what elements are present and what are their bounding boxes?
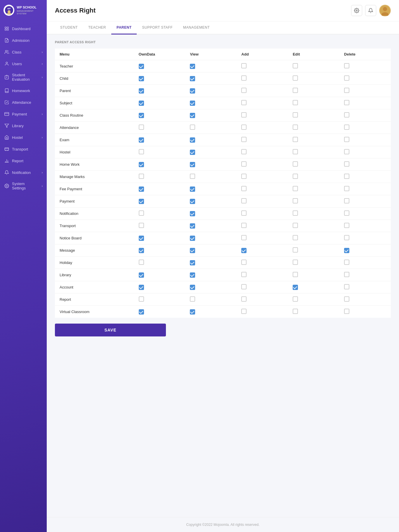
checkbox-view[interactable]: [190, 296, 195, 302]
checkbox-del[interactable]: [344, 272, 349, 277]
checkbox-add[interactable]: [241, 248, 247, 253]
tab-support-staff[interactable]: SUPPORT STAFF: [137, 21, 178, 34]
checkbox-edit[interactable]: [293, 149, 298, 154]
checkbox-edit[interactable]: [293, 174, 298, 179]
checkbox-own[interactable]: [139, 76, 144, 81]
checkbox-view[interactable]: [190, 101, 195, 106]
checkbox-view[interactable]: [190, 76, 195, 81]
checkbox-del[interactable]: [344, 174, 349, 179]
checkbox-own[interactable]: [139, 174, 144, 179]
checkbox-own[interactable]: [139, 137, 144, 143]
sidebar-item-library[interactable]: Library: [0, 120, 47, 132]
checkbox-own[interactable]: [139, 309, 144, 315]
checkbox-del[interactable]: [344, 309, 349, 314]
sidebar-item-admission[interactable]: Admission: [0, 34, 47, 46]
checkbox-own[interactable]: [139, 113, 144, 118]
checkbox-del[interactable]: [344, 63, 349, 68]
checkbox-add[interactable]: [241, 296, 247, 302]
checkbox-view[interactable]: [190, 137, 195, 143]
checkbox-add[interactable]: [241, 100, 247, 105]
checkbox-del[interactable]: [344, 248, 349, 253]
checkbox-del[interactable]: [344, 186, 349, 191]
checkbox-view[interactable]: [190, 285, 195, 290]
checkbox-del[interactable]: [344, 125, 349, 130]
checkbox-view[interactable]: [190, 88, 195, 94]
checkbox-view[interactable]: [190, 186, 195, 192]
sidebar-item-notification[interactable]: Notification ›: [0, 167, 47, 178]
checkbox-view[interactable]: [190, 150, 195, 155]
checkbox-del[interactable]: [344, 210, 349, 216]
checkbox-edit[interactable]: [293, 198, 298, 203]
checkbox-add[interactable]: [241, 112, 247, 118]
settings-button[interactable]: [351, 5, 362, 16]
sidebar-item-student-evaluation[interactable]: Student Evaluation ›: [0, 70, 47, 85]
checkbox-view[interactable]: [190, 162, 195, 167]
checkbox-del[interactable]: [344, 100, 349, 105]
checkbox-edit[interactable]: [293, 75, 298, 81]
checkbox-del[interactable]: [344, 75, 349, 81]
checkbox-own[interactable]: [139, 101, 144, 106]
checkbox-add[interactable]: [241, 149, 247, 154]
checkbox-add[interactable]: [241, 161, 247, 167]
checkbox-del[interactable]: [344, 235, 349, 240]
checkbox-own[interactable]: [139, 296, 144, 302]
checkbox-del[interactable]: [344, 260, 349, 265]
checkbox-own[interactable]: [139, 186, 144, 192]
checkbox-add[interactable]: [241, 88, 247, 93]
notification-button[interactable]: [365, 5, 376, 16]
checkbox-edit[interactable]: [293, 296, 298, 302]
checkbox-edit[interactable]: [293, 137, 298, 142]
tab-teacher[interactable]: TEACHER: [83, 21, 111, 34]
checkbox-add[interactable]: [241, 235, 247, 240]
sidebar-item-homework[interactable]: Homework: [0, 85, 47, 96]
checkbox-view[interactable]: [190, 64, 195, 69]
checkbox-own[interactable]: [139, 210, 144, 216]
checkbox-own[interactable]: [139, 272, 144, 278]
checkbox-own[interactable]: [139, 162, 144, 167]
sidebar-item-class[interactable]: Class ›: [0, 46, 47, 58]
checkbox-del[interactable]: [344, 88, 349, 93]
checkbox-own[interactable]: [139, 223, 144, 228]
checkbox-view[interactable]: [190, 236, 195, 241]
checkbox-own[interactable]: [139, 285, 144, 290]
checkbox-own[interactable]: [139, 248, 144, 253]
sidebar-item-attendance[interactable]: Attendance: [0, 96, 47, 108]
checkbox-add[interactable]: [241, 75, 247, 81]
checkbox-edit[interactable]: [293, 186, 298, 191]
sidebar-item-system-settings[interactable]: System Settings ›: [0, 178, 47, 194]
checkbox-del[interactable]: [344, 161, 349, 167]
sidebar-item-payment[interactable]: Payment ›: [0, 108, 47, 120]
checkbox-add[interactable]: [241, 210, 247, 216]
save-button[interactable]: SAVE: [55, 324, 166, 336]
checkbox-add[interactable]: [241, 63, 247, 68]
checkbox-del[interactable]: [344, 223, 349, 228]
checkbox-own[interactable]: [139, 64, 144, 69]
checkbox-view[interactable]: [190, 113, 195, 118]
checkbox-edit[interactable]: [293, 309, 298, 314]
checkbox-view[interactable]: [190, 211, 195, 216]
checkbox-view[interactable]: [190, 272, 195, 278]
checkbox-del[interactable]: [344, 137, 349, 142]
checkbox-del[interactable]: [344, 112, 349, 118]
checkbox-edit[interactable]: [293, 235, 298, 240]
checkbox-edit[interactable]: [293, 125, 298, 130]
checkbox-edit[interactable]: [293, 112, 298, 118]
checkbox-add[interactable]: [241, 272, 247, 277]
checkbox-edit[interactable]: [293, 88, 298, 93]
checkbox-add[interactable]: [241, 260, 247, 265]
checkbox-view[interactable]: [190, 248, 195, 253]
checkbox-add[interactable]: [241, 223, 247, 228]
checkbox-edit[interactable]: [293, 272, 298, 277]
checkbox-add[interactable]: [241, 284, 247, 289]
tab-parent[interactable]: PARENT: [111, 21, 137, 34]
avatar[interactable]: [379, 5, 391, 16]
tab-management[interactable]: MANAGEMENT: [178, 21, 215, 34]
checkbox-add[interactable]: [241, 137, 247, 142]
checkbox-edit[interactable]: [293, 260, 298, 265]
sidebar-item-report[interactable]: Report: [0, 155, 47, 167]
checkbox-own[interactable]: [139, 260, 144, 265]
checkbox-add[interactable]: [241, 174, 247, 179]
checkbox-view[interactable]: [190, 174, 195, 179]
checkbox-edit[interactable]: [293, 285, 298, 290]
checkbox-add[interactable]: [241, 198, 247, 203]
